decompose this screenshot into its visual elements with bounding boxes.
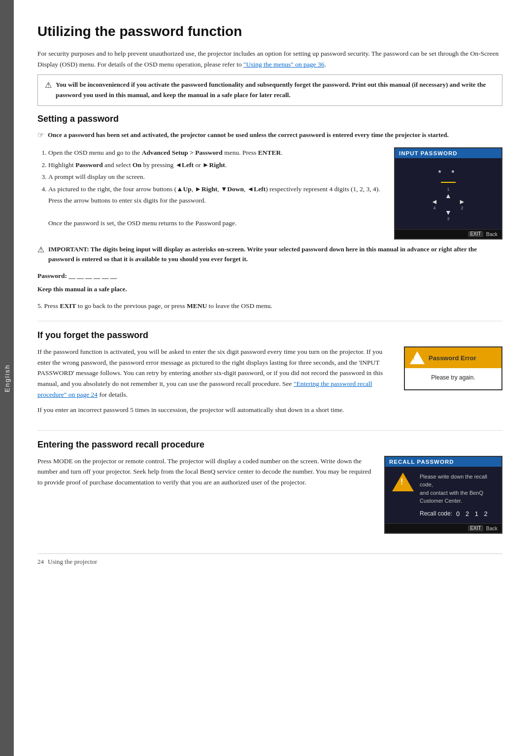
exit-key-label: EXIT <box>468 231 483 237</box>
recall-icon-col <box>392 473 416 491</box>
arrow-left-cell: ◄ 4 <box>428 199 441 209</box>
warning-box: ⚠ You will be inconvenienced if you acti… <box>37 74 502 106</box>
grid-empty-3 <box>428 209 441 220</box>
steps-with-image: Open the OSD menu and go to the Advanced… <box>37 147 502 240</box>
back-label: Back <box>486 231 498 237</box>
recall-inner: Please write down the recall code, and c… <box>392 473 495 517</box>
recall-osd-footer: EXIT Back <box>385 523 501 533</box>
recall-osd-body: Please write down the recall code, and c… <box>385 467 501 523</box>
intro-paragraph: For security purposes and to help preven… <box>37 48 502 69</box>
section-setting-password: Setting a password ☞ Once a password has… <box>37 114 502 311</box>
page-container: English Utilizing the password function … <box>0 0 532 756</box>
error-title: Password Error <box>429 354 476 362</box>
forget-body4: If you enter an incorrect password 5 tim… <box>37 405 392 415</box>
error-subtitle: Please try again. <box>411 373 496 382</box>
arrow-down-cell: ▼ 3 <box>441 209 455 220</box>
grid-empty-2 <box>455 188 469 199</box>
forget-password-heading: If you forget the password <box>37 330 502 341</box>
important-icon: ⚠ <box>37 245 44 254</box>
arrow-down-icon: ▼ <box>445 208 452 216</box>
step-1: Open the OSD menu and go to the Advanced… <box>48 147 382 159</box>
recall-code-row: Recall code: 0 2 1 2 <box>420 510 495 517</box>
step-5: 5. Press EXIT to go back to the previous… <box>37 301 502 311</box>
forget-section-with-image: If the password function is activated, y… <box>37 346 502 420</box>
recall-osd-col: RECALL PASSWORD Please write down the re… <box>384 456 502 534</box>
osd-input-title: INPUT PASSWORD <box>395 148 501 158</box>
divider-1 <box>37 321 502 321</box>
osd-arrow-grid: 1 ▲ ◄ 4 <box>428 188 469 220</box>
setting-note-text: Once a password has been set and activat… <box>48 130 449 140</box>
recall-exit-label: EXIT <box>468 525 483 531</box>
password-line: Password: __ __ __ __ __ __ <box>37 271 502 281</box>
section-recall: Entering the password recall procedure P… <box>37 440 502 534</box>
section-forget-password: If you forget the password If the passwo… <box>37 330 502 420</box>
page-footer: 24 Using the projector <box>37 553 502 566</box>
important-text: IMPORTANT: The digits being input will d… <box>48 244 502 265</box>
recall-heading: Entering the password recall procedure <box>37 440 502 450</box>
footer-page-label: Using the projector <box>48 558 97 566</box>
side-tab: English <box>0 0 14 756</box>
osd-input-box: INPUT PASSWORD * * <box>394 147 502 240</box>
osd-center-area: * * 1 ▲ <box>402 163 495 224</box>
side-tab-label: English <box>3 364 11 392</box>
steps-list: Open the OSD menu and go to the Advanced… <box>48 147 382 230</box>
recall-section-with-image: Press MODE on the projector or remote co… <box>37 456 502 534</box>
note-icon: ☞ <box>37 131 44 139</box>
recall-body: Press MODE on the projector or remote co… <box>37 456 372 488</box>
recall-osd-box: RECALL PASSWORD Please write down the re… <box>384 456 502 534</box>
arrow-right-icon: ► <box>459 198 466 206</box>
grid-empty-4 <box>455 209 469 220</box>
footer-page-number: 24 <box>37 558 44 566</box>
warning-text: You will be inconvenienced if you activa… <box>56 80 495 101</box>
recall-osd-title: RECALL PASSWORD <box>385 457 501 467</box>
osd-input-body: * * 1 ▲ <box>395 158 501 229</box>
setting-password-heading: Setting a password <box>37 114 502 124</box>
recall-text-block: Please write down the recall code, and c… <box>420 473 495 517</box>
steps-text-col: Open the OSD menu and go to the Advanced… <box>37 147 382 236</box>
arrow-up-cell: 1 ▲ <box>441 188 455 199</box>
arrow-center-cell <box>441 199 455 209</box>
osd-asterisks: * * <box>438 167 459 178</box>
osd-input-password-box: INPUT PASSWORD * * <box>394 147 502 240</box>
num1-label: 1 <box>447 187 449 192</box>
recall-osd-text1: Please write down the recall code, and c… <box>420 473 495 505</box>
divider-2 <box>37 430 502 431</box>
step-3: A prompt will display on the screen. <box>48 172 382 183</box>
step-2: Highlight Password and select On by pres… <box>48 160 382 171</box>
num3-label: 3 <box>447 216 449 221</box>
recall-code-value: 0 2 1 2 <box>456 510 490 517</box>
keep-safe-text: Keep this manual in a safe place. <box>37 284 502 295</box>
recall-code-label: Recall code: <box>420 510 452 517</box>
error-header: ! Password Error <box>405 347 501 368</box>
page-title: Utilizing the password function <box>37 24 502 39</box>
main-content: Utilizing the password function For secu… <box>14 0 532 756</box>
recall-text-col: Press MODE on the projector or remote co… <box>37 456 372 493</box>
grid-empty-1 <box>428 188 441 199</box>
error-body: Please try again. <box>405 368 501 389</box>
forget-text-col: If the password function is activated, y… <box>37 346 392 420</box>
warning-icon: ⚠ <box>45 80 52 90</box>
intro-after: . <box>324 61 326 68</box>
error-box-col: ! Password Error Please try again. <box>404 346 502 390</box>
intro-link[interactable]: "Using the menus" on page 36 <box>243 61 324 68</box>
setting-note-box: ☞ Once a password has been set and activ… <box>37 130 502 140</box>
error-box: ! Password Error Please try again. <box>404 346 502 390</box>
error-triangle-icon: ! <box>410 350 425 365</box>
step-4: As pictured to the right, the four arrow… <box>48 184 382 229</box>
important-box: ⚠ IMPORTANT: The digits being input will… <box>37 244 502 265</box>
recall-back-label: Back <box>486 525 498 531</box>
arrow-left-icon: ◄ <box>431 198 438 206</box>
osd-underline <box>441 182 456 183</box>
recall-warning-icon <box>392 473 414 491</box>
forget-body1: If the password function is activated, y… <box>37 346 392 400</box>
arrow-right-cell: ► 2 <box>455 199 469 209</box>
osd-input-footer: EXIT Back <box>395 229 501 239</box>
